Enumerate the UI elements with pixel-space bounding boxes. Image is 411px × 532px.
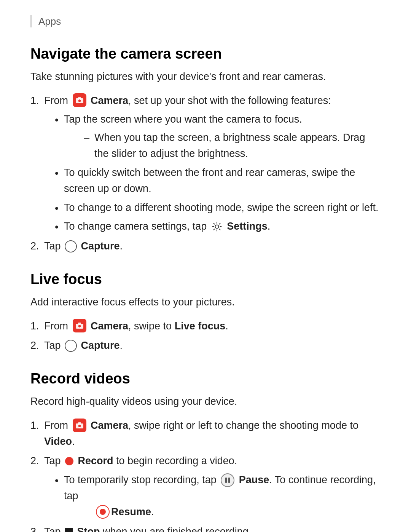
camera-icon-3 xyxy=(73,419,86,432)
record-videos-section: Record videos Record high-quality videos… xyxy=(30,371,381,532)
bullet-pause-resume: To temporarily stop recording, tap Pause… xyxy=(44,472,381,520)
record-videos-intro: Record high-quality videos using your de… xyxy=(30,394,381,409)
navigate-section-title: Navigate the camera screen xyxy=(30,46,381,62)
resume-line: Resume. xyxy=(64,504,381,520)
record-videos-title: Record videos xyxy=(30,371,381,387)
camera-icon-2 xyxy=(73,319,86,332)
navigate-step-1: 1. From Camera, set up your shot with th… xyxy=(30,93,381,235)
live-focus-step-2: 2. Tap Capture. xyxy=(30,338,381,354)
svg-point-8 xyxy=(78,424,81,427)
navigate-steps-list: 1. From Camera, set up your shot with th… xyxy=(30,93,381,255)
live-focus-title: Live focus xyxy=(30,271,381,288)
svg-rect-9 xyxy=(78,422,81,424)
sub-bullets-brightness: When you tap the screen, a brightness sc… xyxy=(64,130,381,162)
record-videos-steps: 1. From Camera, swipe right or left to c… xyxy=(30,418,381,532)
settings-icon xyxy=(211,220,223,233)
svg-rect-2 xyxy=(78,97,81,99)
svg-point-5 xyxy=(78,325,81,328)
sub-bullet-brightness: When you tap the screen, a brightness sc… xyxy=(64,130,381,162)
record-dot-icon xyxy=(65,457,73,465)
svg-point-1 xyxy=(78,99,81,102)
stop-icon xyxy=(65,528,73,532)
page-container: Apps Navigate the camera screen Take stu… xyxy=(0,0,411,532)
pause-icon xyxy=(221,473,234,487)
record-step-3: 3. Tap Stop when you are finished record… xyxy=(30,524,381,532)
bullet-settings: To change camera settings, tap Settings. xyxy=(44,219,381,235)
bullet-focus: Tap the screen where you want the camera… xyxy=(44,112,381,162)
navigate-step1-bullets: Tap the screen where you want the camera… xyxy=(44,112,381,235)
navigate-step-2: 2. Tap Capture. xyxy=(30,238,381,254)
capture-icon-2 xyxy=(65,340,77,352)
bullet-switch: To quickly switch between the front and … xyxy=(44,165,381,197)
resume-dot-icon xyxy=(96,505,110,519)
live-focus-steps: 1. From Camera, swipe to Live focus. 2. … xyxy=(30,318,381,354)
live-focus-step-1: 1. From Camera, swipe to Live focus. xyxy=(30,318,381,334)
navigate-section-intro: Take stunning pictures with your device'… xyxy=(30,69,381,85)
bullet-shooting-mode: To change to a different shooting mode, … xyxy=(44,200,381,216)
capture-icon-1 xyxy=(65,240,77,252)
record-step-2: 2. Tap Record to begin recording a video… xyxy=(30,453,381,520)
breadcrumb: Apps xyxy=(30,15,381,27)
camera-icon-1 xyxy=(73,93,86,107)
record-step2-bullets: To temporarily stop recording, tap Pause… xyxy=(44,472,381,520)
svg-point-3 xyxy=(215,225,218,228)
svg-rect-6 xyxy=(78,323,81,324)
live-focus-intro: Add interactive focus effects to your pi… xyxy=(30,294,381,310)
live-focus-section: Live focus Add interactive focus effects… xyxy=(30,271,381,354)
record-step-1: 1. From Camera, swipe right or left to c… xyxy=(30,418,381,450)
